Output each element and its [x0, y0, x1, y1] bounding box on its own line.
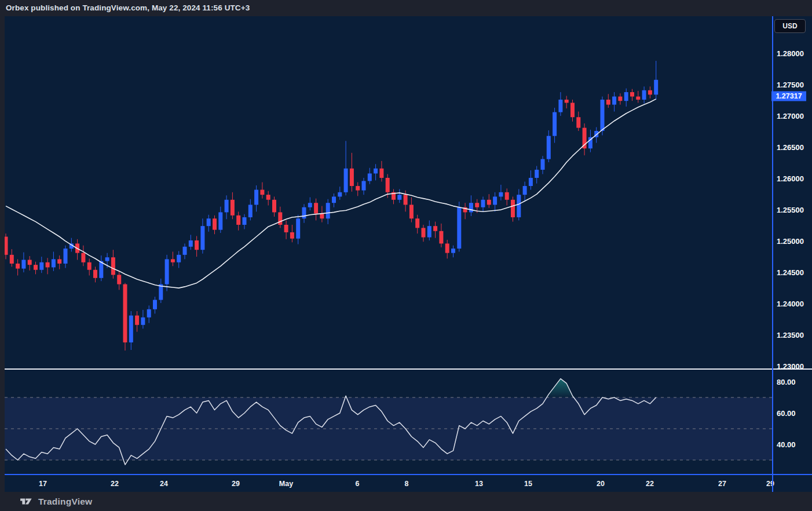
- candle: [225, 195, 229, 219]
- candle: [117, 271, 121, 290]
- time-tick: 13: [475, 480, 483, 488]
- price-tick: 1.24000: [777, 300, 804, 308]
- price-tick: 1.26500: [777, 143, 804, 152]
- candle: [570, 100, 575, 122]
- tradingview-logo-link[interactable]: TradingView: [20, 497, 92, 507]
- currency-toggle-button[interactable]: USD: [774, 19, 806, 33]
- price-pane-candlestick-svg[interactable]: [5, 16, 812, 369]
- candle: [457, 202, 461, 251]
- candle: [183, 243, 187, 259]
- candle: [266, 191, 270, 206]
- candle: [344, 141, 348, 195]
- price-axis-border: [772, 16, 773, 492]
- chart-surface[interactable]: 17222429May68131520222729 1.280001.27500…: [5, 16, 812, 492]
- candle: [606, 94, 610, 108]
- candle: [415, 215, 419, 233]
- time-axis[interactable]: 17222429May68131520222729: [5, 475, 812, 492]
- candle: [535, 166, 539, 183]
- candle: [129, 311, 133, 350]
- candle: [81, 246, 85, 267]
- candle: [553, 108, 557, 143]
- price-tick: 1.27500: [777, 81, 804, 89]
- price-tick: 1.23500: [777, 331, 804, 340]
- candle: [52, 251, 56, 271]
- candle: [16, 259, 20, 275]
- candle: [141, 310, 145, 329]
- candle: [392, 189, 396, 204]
- candle: [350, 153, 354, 192]
- candle: [397, 189, 401, 203]
- rsi-overbought-fill: [547, 379, 574, 397]
- candle: [332, 194, 336, 207]
- candle: [636, 91, 640, 103]
- candle: [10, 249, 14, 267]
- rsi-pane-svg[interactable]: [5, 370, 812, 474]
- candle: [46, 258, 50, 274]
- candle: [99, 256, 103, 281]
- candle: [541, 156, 545, 174]
- rsi-tick: 80.00: [777, 378, 796, 386]
- candle: [290, 225, 294, 242]
- candle: [87, 258, 92, 275]
- candle: [565, 96, 569, 109]
- candle: [523, 181, 527, 202]
- candle: [195, 236, 199, 257]
- candle: [123, 283, 127, 351]
- time-tick: 29: [232, 480, 240, 488]
- candle: [612, 92, 616, 111]
- candle: [433, 222, 437, 238]
- pane-separator[interactable]: [5, 368, 812, 370]
- candle: [558, 92, 562, 116]
- candle: [422, 225, 426, 242]
- candle: [153, 297, 157, 313]
- candle: [654, 61, 658, 100]
- price-tick: 1.27000: [777, 112, 804, 121]
- time-tick: 20: [597, 480, 605, 488]
- price-tick: 1.26000: [777, 174, 804, 183]
- candle: [39, 257, 43, 273]
- candle: [379, 161, 383, 182]
- moving-average-line: [6, 99, 656, 288]
- candle: [165, 255, 169, 291]
- time-tick: May: [279, 480, 293, 488]
- candle: [236, 211, 240, 230]
- candle: [64, 246, 68, 268]
- candle: [189, 235, 193, 250]
- candle: [451, 246, 455, 258]
- candle: [243, 214, 247, 229]
- candle: [200, 218, 204, 253]
- candle: [338, 187, 342, 200]
- candle: [547, 130, 551, 162]
- candle: [576, 112, 580, 131]
- time-tick: 24: [160, 480, 168, 488]
- candle: [147, 305, 151, 323]
- candle: [493, 192, 497, 211]
- tradingview-brand-text: TradingView: [38, 497, 92, 507]
- candle: [511, 196, 515, 221]
- candle: [207, 215, 211, 232]
- time-tick: 22: [111, 480, 119, 488]
- candle: [583, 123, 587, 155]
- candle: [368, 168, 372, 184]
- candle: [213, 216, 217, 234]
- candle: [218, 207, 222, 233]
- candle: [362, 178, 366, 195]
- candle: [171, 251, 175, 266]
- time-tick: 22: [646, 480, 654, 488]
- candle: [177, 251, 181, 268]
- rsi-tick: 60.00: [777, 409, 796, 418]
- candle: [278, 207, 282, 228]
- candle: [648, 86, 652, 98]
- time-tick: 27: [718, 480, 726, 488]
- candle: [427, 220, 431, 240]
- candle: [248, 199, 253, 221]
- candle: [374, 164, 378, 180]
- candle: [487, 194, 491, 208]
- candle: [272, 196, 276, 217]
- candle: [260, 183, 264, 199]
- candle: [93, 267, 97, 282]
- candle: [642, 86, 646, 103]
- attribution-text: Orbex published on TradingView.com, May …: [6, 0, 250, 16]
- price-tick: 1.23000: [777, 362, 804, 371]
- candle: [529, 170, 533, 189]
